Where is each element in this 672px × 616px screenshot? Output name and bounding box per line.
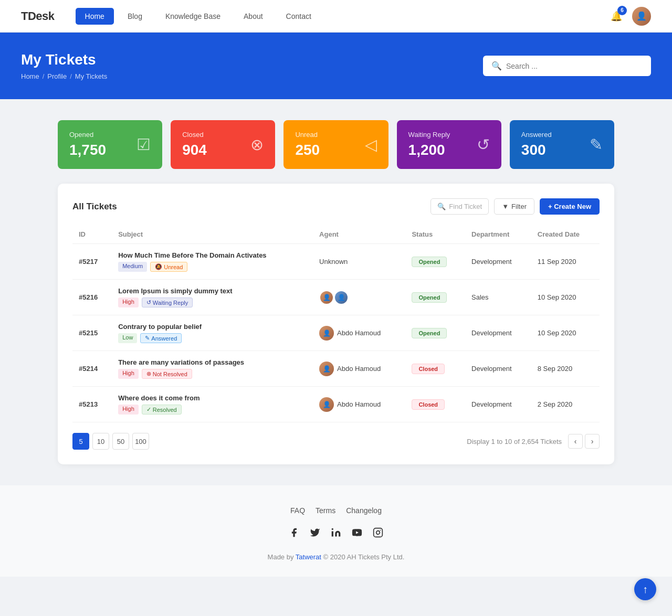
table-row[interactable]: #5215 Contrary to popular belief Low ✎An… xyxy=(72,315,600,351)
ticket-date: 10 Sep 2020 xyxy=(531,280,600,315)
ticket-id: #5217 xyxy=(72,244,112,280)
create-ticket-button[interactable]: + Create New xyxy=(540,198,600,215)
facebook-icon[interactable] xyxy=(289,527,299,540)
footer-copy: Made by Tatwerat © 2020 AH Tickets Pty L… xyxy=(10,553,662,561)
nav-link-blog[interactable]: Blog xyxy=(118,8,152,25)
ticket-subject-cell: There are many variations of passages Hi… xyxy=(112,351,313,387)
instagram-icon[interactable] xyxy=(373,527,383,540)
youtube-icon[interactable] xyxy=(352,527,362,540)
stat-card-closed[interactable]: Closed 904 ⊗ xyxy=(171,120,275,169)
stat-label-waiting: Waiting Reply xyxy=(408,131,450,139)
avatar-img: 👤 xyxy=(319,397,334,412)
agent-avatar-1: 👤 xyxy=(319,290,334,305)
col-agent: Agent xyxy=(313,225,405,244)
status-badge: Opened xyxy=(412,257,447,267)
stat-info-unread: Unread 250 xyxy=(295,131,320,158)
twitter-icon[interactable] xyxy=(310,527,320,540)
resolved-icon: ✓ xyxy=(146,406,151,413)
stat-icon-waiting: ↺ xyxy=(477,135,490,154)
col-id: ID xyxy=(72,225,112,244)
stat-label-opened: Opened xyxy=(69,131,106,139)
scroll-to-top-button[interactable]: ↑ xyxy=(634,578,656,600)
ticket-subject-cell: Contrary to popular belief Low ✎Answered xyxy=(112,315,313,351)
tickets-actions: 🔍 Find Ticket ▼ Filter + Create New xyxy=(430,198,600,215)
ticket-id: #5213 xyxy=(72,387,112,422)
page-size-50[interactable]: 50 xyxy=(112,433,129,450)
page-next-button[interactable]: › xyxy=(585,434,600,449)
nav-link-home[interactable]: Home xyxy=(76,8,114,25)
table-row[interactable]: #5214 There are many variations of passa… xyxy=(72,351,600,387)
tag-resolved: ✓Resolved xyxy=(142,405,182,415)
footer-link-terms[interactable]: Terms xyxy=(316,506,335,515)
status-badge: Opened xyxy=(412,292,447,303)
agent-unknown: Unknown xyxy=(319,258,348,265)
page-prev-button[interactable]: ‹ xyxy=(568,434,583,449)
footer-link-faq[interactable]: FAQ xyxy=(290,506,305,515)
ticket-status-cell: Closed xyxy=(405,387,465,422)
page-nav: ‹ › xyxy=(568,434,600,449)
tag-high: High xyxy=(118,405,139,415)
search-icon: 🔍 xyxy=(491,61,502,71)
stat-label-closed: Closed xyxy=(182,131,207,139)
agent-multi: 👤 👤 xyxy=(319,290,399,305)
ticket-subject: There are many variations of passages xyxy=(118,358,307,366)
nav-links: Home Blog Knowledge Base About Contact xyxy=(76,8,607,25)
col-subject: Subject xyxy=(112,225,313,244)
answered-icon: ✎ xyxy=(145,335,150,342)
footer-link-changelog[interactable]: Changelog xyxy=(346,506,382,515)
status-badge: Closed xyxy=(412,364,445,374)
tag-high: High xyxy=(118,369,139,379)
ticket-tags: High ↺Waiting Reply xyxy=(118,298,307,307)
page-sizes: 5 10 50 100 xyxy=(72,433,149,450)
nav-link-about[interactable]: About xyxy=(234,8,272,25)
footer-links: FAQ Terms Changelog xyxy=(10,506,662,515)
stat-card-opened[interactable]: Opened 1,750 ☑ xyxy=(58,120,162,169)
pagination-info: Display 1 to 10 of 2,654 Tickets xyxy=(467,438,562,445)
stat-card-answered[interactable]: Answered 300 ✎ xyxy=(510,120,614,169)
nav-link-knowledge-base[interactable]: Knowledge Base xyxy=(156,8,230,25)
filter-icon: ▼ xyxy=(502,203,509,210)
tag-not-resolved: ⊗Not Resolved xyxy=(142,369,192,379)
agent-single: 👤 Abdo Hamoud xyxy=(319,326,399,341)
brand-logo[interactable]: TDesk xyxy=(21,9,55,23)
ticket-status-cell: Opened xyxy=(405,280,465,315)
agent-name: Abdo Hamoud xyxy=(337,400,381,408)
pagination-right: Display 1 to 10 of 2,654 Tickets ‹ › xyxy=(467,434,600,449)
page-size-10[interactable]: 10 xyxy=(92,433,109,450)
stat-icon-closed: ⊗ xyxy=(250,135,264,154)
ticket-agent-cell: 👤 Abdo Hamoud xyxy=(313,315,405,351)
breadcrumb-profile[interactable]: Profile xyxy=(47,72,67,80)
tag-unread: 🔕Unread xyxy=(150,262,187,272)
notification-button[interactable]: 🔔 6 xyxy=(607,7,626,26)
linkedin-icon[interactable] xyxy=(331,527,341,540)
page-size-100[interactable]: 100 xyxy=(132,433,149,450)
breadcrumb-home[interactable]: Home xyxy=(21,72,39,80)
footer-brand-link[interactable]: Tatwerat xyxy=(296,553,321,561)
table-row[interactable]: #5217 How Much Time Before The Domain Ac… xyxy=(72,244,600,280)
find-icon: 🔍 xyxy=(437,203,446,210)
ticket-department: Development xyxy=(465,351,531,387)
table-row[interactable]: #5216 Lorem Ipsum is simply dummy text H… xyxy=(72,280,600,315)
ticket-tags: High ✓Resolved xyxy=(118,405,307,415)
stat-value-unread: 250 xyxy=(295,142,320,158)
user-avatar[interactable]: 👤 xyxy=(632,7,651,26)
col-status: Status xyxy=(405,225,465,244)
footer-socials xyxy=(10,527,662,540)
hero-banner: My Tickets Home / Profile / My Tickets 🔍 xyxy=(0,33,672,99)
ticket-status-cell: Opened xyxy=(405,315,465,351)
find-ticket-input[interactable]: 🔍 Find Ticket xyxy=(430,198,489,215)
page-size-5[interactable]: 5 xyxy=(72,433,89,450)
nav-link-contact[interactable]: Contact xyxy=(277,8,321,25)
stat-icon-unread: ◁ xyxy=(365,135,377,154)
stat-icon-answered: ✎ xyxy=(590,135,603,154)
agent-avatar-2: 👤 xyxy=(334,290,349,305)
avatar-img: 👤 xyxy=(319,326,334,341)
status-badge: Opened xyxy=(412,328,447,338)
search-input[interactable] xyxy=(506,62,643,70)
stat-card-waiting[interactable]: Waiting Reply 1,200 ↺ xyxy=(397,120,501,169)
col-department: Department xyxy=(465,225,531,244)
tag-waiting: ↺Waiting Reply xyxy=(142,298,193,307)
stat-card-unread[interactable]: Unread 250 ◁ xyxy=(284,120,388,169)
filter-button[interactable]: ▼ Filter xyxy=(494,198,534,215)
table-row[interactable]: #5213 Where does it come from High ✓Reso… xyxy=(72,387,600,422)
